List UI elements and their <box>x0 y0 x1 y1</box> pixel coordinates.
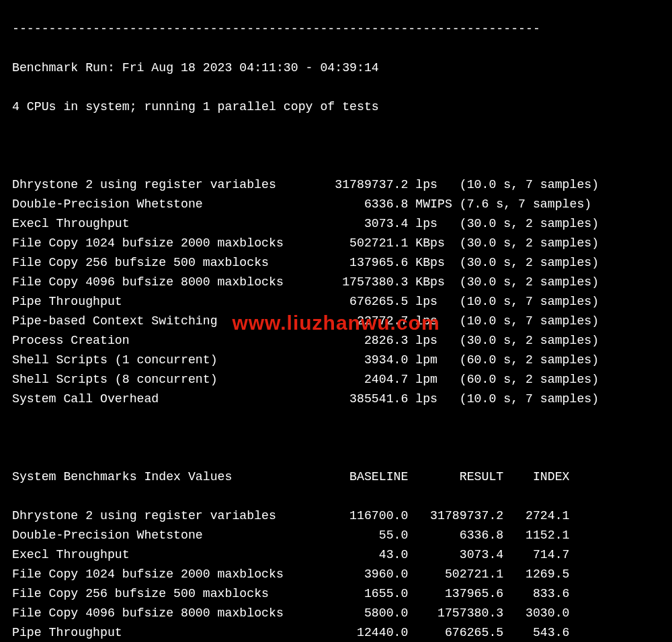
cpu-info-line: 4 CPUs in system; running 1 parallel cop… <box>12 97 660 117</box>
blank <box>12 136 660 156</box>
result-row: Double-Precision Whetstone 6336.8 MWIPS … <box>12 195 660 214</box>
blank <box>12 428 660 448</box>
result-row: Shell Scripts (1 concurrent) 3934.0 lpm … <box>12 351 660 370</box>
index-row: Dhrystone 2 using register variables 116… <box>12 506 660 526</box>
terminal-output: ----------------------------------------… <box>0 0 672 642</box>
result-row: System Call Overhead 385541.6 lps (10.0 … <box>12 389 660 409</box>
result-row: Pipe Throughput 676265.5 lps (10.0 s, 7 … <box>12 292 660 312</box>
result-row: File Copy 256 bufsize 500 maxblocks 1379… <box>12 253 660 273</box>
index-header-row: System Benchmarks Index Values BASELINE … <box>12 467 660 487</box>
result-row: Execl Throughput 3073.4 lps (30.0 s, 2 s… <box>12 214 660 234</box>
index-row: File Copy 256 bufsize 500 maxblocks 1655… <box>12 584 660 604</box>
result-row: Dhrystone 2 using register variables 317… <box>12 175 660 195</box>
index-section: Dhrystone 2 using register variables 116… <box>12 506 660 642</box>
benchmark-run-line: Benchmark Run: Fri Aug 18 2023 04:11:30 … <box>12 58 660 78</box>
index-row: Execl Throughput 43.0 3073.4 714.7 <box>12 545 660 565</box>
index-row: Pipe Throughput 12440.0 676265.5 543.6 <box>12 623 660 642</box>
result-row: Process Creation 2826.3 lps (30.0 s, 2 s… <box>12 331 660 351</box>
result-row: Shell Scripts (8 concurrent) 2404.7 lpm … <box>12 370 660 389</box>
result-row: File Copy 4096 bufsize 8000 maxblocks 17… <box>12 273 660 292</box>
hr-top: ----------------------------------------… <box>12 19 660 39</box>
index-row: File Copy 4096 bufsize 8000 maxblocks 58… <box>12 604 660 623</box>
result-row: Pipe-based Context Switching 22772.7 lps… <box>12 312 660 331</box>
result-row: File Copy 1024 bufsize 2000 maxblocks 50… <box>12 234 660 253</box>
index-row: File Copy 1024 bufsize 2000 maxblocks 39… <box>12 565 660 584</box>
index-row: Double-Precision Whetstone 55.0 6336.8 1… <box>12 526 660 545</box>
results-section: Dhrystone 2 using register variables 317… <box>12 175 660 409</box>
